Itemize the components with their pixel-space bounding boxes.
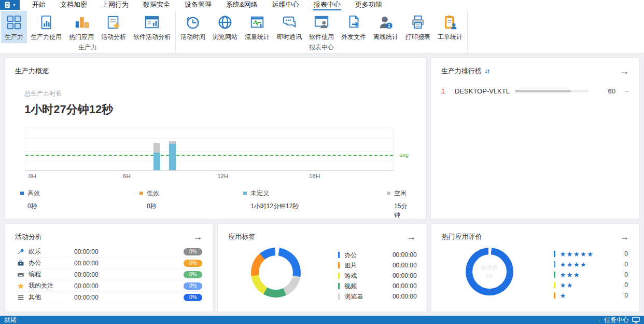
stacked-bar xyxy=(153,128,160,170)
donut-center-label: 未评价 xyxy=(481,263,498,272)
dashboard-content: 生产力概览 总生产力时长 1小时27分钟12秒 avg 0H6H12H18H 高… xyxy=(0,54,644,316)
keyboard-icon xyxy=(17,271,29,278)
tab-device-management[interactable]: 设备管理 xyxy=(177,0,219,10)
bar-segment xyxy=(153,143,160,153)
ribbon-button-print-report[interactable]: 打印报表 xyxy=(402,11,434,43)
star-icons: ★★★★ xyxy=(560,261,625,268)
legend-marker xyxy=(554,251,555,257)
tab-system-network[interactable]: 系统&网络 xyxy=(219,0,265,10)
legend-marker xyxy=(338,262,340,268)
panel-productivity-overview: 生产力概览 总生产力时长 1小时27分钟12秒 avg 0H6H12H18H 高… xyxy=(4,58,426,219)
download-arrow-icon: ↓ xyxy=(598,316,601,323)
briefcase-icon xyxy=(17,260,29,267)
status-bar: 就绪 ↓ 任务中心 xyxy=(0,316,644,324)
ribbon-group-label: 报表中心 xyxy=(177,43,466,53)
ribbon-group-productivity: 生产力 生产力使用 热门应用 活动分析 软件活动分析 生产力 xyxy=(0,10,176,53)
x-axis-ticks: 0H6H12H18H xyxy=(25,173,394,180)
tab-report-center[interactable]: 报表中心 xyxy=(306,0,348,10)
ribbon-button-hot-apps[interactable]: 热门应用 xyxy=(65,11,97,43)
panel-title: 应用标签 xyxy=(228,232,255,241)
star-icon xyxy=(17,282,29,290)
open-activity-arrow-icon[interactable]: → xyxy=(193,234,202,240)
open-app-tags-arrow-icon[interactable]: → xyxy=(407,234,416,240)
legend-item-office: 办公00:00:00 xyxy=(338,250,416,260)
tab-data-security[interactable]: 数据安全 xyxy=(136,0,177,10)
legend-marker xyxy=(338,293,340,300)
printer-icon xyxy=(410,14,426,31)
ribbon: 生产力 生产力使用 热门应用 活动分析 软件活动分析 生产力 xyxy=(0,10,644,54)
x-tick-label: 6H xyxy=(123,173,131,179)
document-chart-icon xyxy=(38,14,54,31)
ribbon-button-work-order-stats[interactable]: 工单统计 xyxy=(434,11,466,43)
open-rating-arrow-icon[interactable]: → xyxy=(620,234,629,240)
user-info-icon xyxy=(378,14,394,31)
ribbon-button-instant-messaging[interactable]: 即时通讯 xyxy=(273,11,305,43)
list-lines-icon xyxy=(17,294,29,301)
clipboard-user-icon xyxy=(442,14,458,31)
list-item-office: 办公 00:00:00 0% xyxy=(17,258,202,269)
star-icons: ★★ xyxy=(560,281,625,289)
tab-start[interactable]: 开始 xyxy=(25,0,53,10)
legend-marker xyxy=(554,272,555,278)
grid-icon xyxy=(6,14,22,31)
percent-badge: 0% xyxy=(184,260,202,267)
tab-more-features[interactable]: 更多功能 xyxy=(348,0,389,10)
window-user-icon xyxy=(314,14,329,31)
legend-item-inefficient: 低效 0秒 xyxy=(139,189,243,219)
ribbon-group-label: 生产力 xyxy=(1,43,174,53)
legend-item-games: 游戏00:00:00 xyxy=(338,271,416,281)
legend-marker xyxy=(554,292,555,299)
rating-legend: ★★★★★0 ★★★★0 ★★★0 ★★0 ★0 xyxy=(554,249,628,301)
ribbon-button-browse-websites[interactable]: 浏览网站 xyxy=(209,11,241,43)
ribbon-button-traffic-stats[interactable]: 流量统计 xyxy=(241,11,273,43)
rating-row-4-stars: ★★★★0 xyxy=(554,259,628,269)
bar-segment xyxy=(169,144,176,170)
window-chart-icon xyxy=(144,14,160,31)
star-icons: ★ xyxy=(560,292,625,300)
open-ranking-arrow-icon[interactable]: → xyxy=(620,68,629,74)
task-center-button[interactable]: ↓ 任务中心 xyxy=(598,316,640,324)
panel-productivity-ranking: 生产力排行榜 → 1 DESKTOP-VLKTL... 60 – xyxy=(430,58,640,219)
ribbon-button-outgoing-files[interactable]: 外发文件 xyxy=(338,11,370,43)
legend-item-undefined: 未定义 1小时12分钟12秒 xyxy=(243,189,387,219)
chat-bubbles-icon xyxy=(282,14,297,31)
x-tick-label: 12H xyxy=(217,173,228,179)
ribbon-button-productivity-usage[interactable]: 生产力使用 xyxy=(27,11,65,43)
rating-row-2-stars: ★★0 xyxy=(554,280,628,290)
overview-legend: 高效 0秒 低效 0秒 未定义 1小时12分钟12秒 空闲 15分钟 xyxy=(20,189,413,219)
x-tick-label: 0H xyxy=(29,173,36,179)
gridline xyxy=(25,151,393,152)
ribbon-button-software-usage[interactable]: 软件使用 xyxy=(305,11,338,43)
ribbon-button-productivity[interactable]: 生产力 xyxy=(1,11,27,43)
ribbon-button-activity-time[interactable]: 活动时间 xyxy=(177,11,209,43)
tab-strip: 开始 文档加密 上网行为 数据安全 设备管理 系统&网络 运维中心 报表中心 更… xyxy=(25,0,389,10)
microphone-icon xyxy=(17,248,29,255)
ribbon-button-software-activity-analysis[interactable]: 软件活动分析 xyxy=(130,11,174,43)
task-center-label: 任务中心 xyxy=(604,316,629,324)
status-ready-text: 就绪 xyxy=(4,316,17,324)
sort-icon[interactable] xyxy=(485,69,490,74)
score-progress-bar xyxy=(515,90,589,92)
top-tab-bar: ▾ 开始 文档加密 上网行为 数据安全 设备管理 系统&网络 运维中心 报表中心… xyxy=(0,0,644,10)
globe-icon xyxy=(217,14,233,31)
bar-chart-icon xyxy=(74,14,89,31)
ribbon-button-offline-stats[interactable]: 离线统计 xyxy=(370,11,402,43)
legend-marker xyxy=(338,252,340,258)
app-menu-button[interactable]: ▾ xyxy=(0,0,20,10)
percent-badge: 0% xyxy=(184,282,202,290)
app-tags-legend: 办公00:00:00 图片00:00:00 游戏00:00:00 视频00:00… xyxy=(338,250,416,302)
legend-marker xyxy=(387,192,390,195)
app-logo-icon xyxy=(4,2,12,8)
ribbon-button-activity-analysis[interactable]: 活动分析 xyxy=(97,11,130,43)
list-item-entertainment: 娱乐 00:00:00 0% xyxy=(17,246,202,258)
legend-marker xyxy=(338,283,340,289)
legend-item-browser: 浏览器00:00:00 xyxy=(338,291,416,302)
donut-center-value: 16 xyxy=(486,272,493,280)
tab-internet-behavior[interactable]: 上网行为 xyxy=(94,0,136,10)
rating-donut-chart: 未评价 16 xyxy=(466,248,513,295)
legend-marker xyxy=(338,273,340,279)
file-export-icon xyxy=(346,14,361,31)
average-line: avg xyxy=(25,155,393,156)
tab-doc-encryption[interactable]: 文档加密 xyxy=(53,0,94,10)
tab-ops-center[interactable]: 运维中心 xyxy=(265,0,306,10)
